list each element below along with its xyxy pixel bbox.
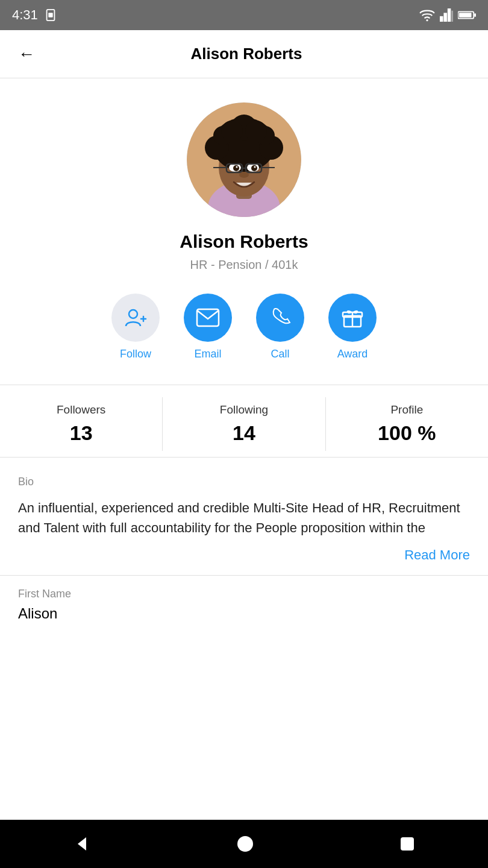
svg-point-43 xyxy=(237,836,253,852)
sim-icon xyxy=(44,8,57,22)
svg-point-27 xyxy=(236,166,238,168)
svg-point-2 xyxy=(426,19,428,21)
call-action[interactable]: Call xyxy=(256,294,304,360)
status-bar: 4:31 xyxy=(0,0,488,30)
signal-icon xyxy=(440,8,453,22)
nav-recent-button[interactable] xyxy=(399,836,415,852)
svg-rect-9 xyxy=(474,13,476,17)
first-name-section: First Name Alison xyxy=(0,575,488,628)
svg-point-21 xyxy=(221,121,243,142)
svg-point-28 xyxy=(254,166,256,168)
svg-point-25 xyxy=(233,165,239,171)
header-title: Alison Roberts xyxy=(41,45,452,63)
following-value: 14 xyxy=(233,421,255,445)
award-icon xyxy=(341,306,364,329)
nav-back-button[interactable] xyxy=(73,835,91,853)
profile-role: HR - Pension / 401k xyxy=(190,258,298,272)
avatar xyxy=(187,102,301,217)
svg-marker-5 xyxy=(448,8,451,22)
profile-value: 100 % xyxy=(378,421,436,445)
svg-point-35 xyxy=(129,310,137,318)
nav-home-icon xyxy=(236,835,254,853)
stats-section: Followers 13 Following 14 Profile 100 % xyxy=(0,385,488,458)
followers-value: 13 xyxy=(70,421,93,445)
svg-rect-44 xyxy=(401,837,414,851)
nav-back-icon xyxy=(73,835,91,853)
profile-name: Alison Roberts xyxy=(180,231,308,252)
followers-stat[interactable]: Followers 13 xyxy=(0,397,163,451)
first-name-label: First Name xyxy=(18,588,470,600)
svg-point-22 xyxy=(245,121,267,142)
status-time: 4:31 xyxy=(12,7,38,23)
svg-rect-38 xyxy=(197,309,219,326)
svg-marker-3 xyxy=(440,16,443,22)
email-action[interactable]: Email xyxy=(184,294,232,360)
wifi-icon xyxy=(419,8,435,22)
svg-point-26 xyxy=(251,165,257,171)
profile-label: Profile xyxy=(390,403,423,417)
award-circle xyxy=(328,294,377,342)
back-button[interactable]: ← xyxy=(12,39,41,70)
bio-section: Bio An influential, experienced and cred… xyxy=(0,458,488,575)
action-buttons: Follow Email Call xyxy=(111,294,377,360)
following-label: Following xyxy=(220,403,268,417)
svg-marker-42 xyxy=(78,837,86,851)
follow-label: Follow xyxy=(120,348,151,360)
svg-point-34 xyxy=(239,172,249,178)
followers-label: Followers xyxy=(57,403,105,417)
email-icon xyxy=(196,308,220,327)
svg-rect-8 xyxy=(459,13,472,17)
svg-marker-4 xyxy=(443,13,447,22)
first-name-value: Alison xyxy=(18,605,470,622)
svg-rect-1 xyxy=(48,13,52,17)
profile-section: Alison Roberts HR - Pension / 401k Follo… xyxy=(0,78,488,385)
award-action[interactable]: Award xyxy=(328,294,377,360)
follow-icon xyxy=(124,306,148,330)
following-stat[interactable]: Following 14 xyxy=(163,397,325,451)
svg-marker-6 xyxy=(451,11,453,22)
nav-recent-icon xyxy=(399,836,415,852)
call-circle xyxy=(256,294,304,342)
email-label: Email xyxy=(194,348,221,360)
email-circle xyxy=(184,294,232,342)
follow-action[interactable]: Follow xyxy=(111,294,160,360)
call-label: Call xyxy=(271,348,289,360)
header: ← Alison Roberts xyxy=(0,30,488,78)
nav-home-button[interactable] xyxy=(236,835,254,853)
award-label: Award xyxy=(337,348,368,360)
bio-heading: Bio xyxy=(18,476,470,488)
call-icon xyxy=(269,307,291,329)
follow-circle xyxy=(111,294,160,342)
nav-bar xyxy=(0,820,488,868)
profile-stat[interactable]: Profile 100 % xyxy=(326,397,488,451)
battery-icon xyxy=(458,10,476,20)
read-more-button[interactable]: Read More xyxy=(18,547,470,563)
bio-text: An influential, experienced and credible… xyxy=(18,498,470,538)
